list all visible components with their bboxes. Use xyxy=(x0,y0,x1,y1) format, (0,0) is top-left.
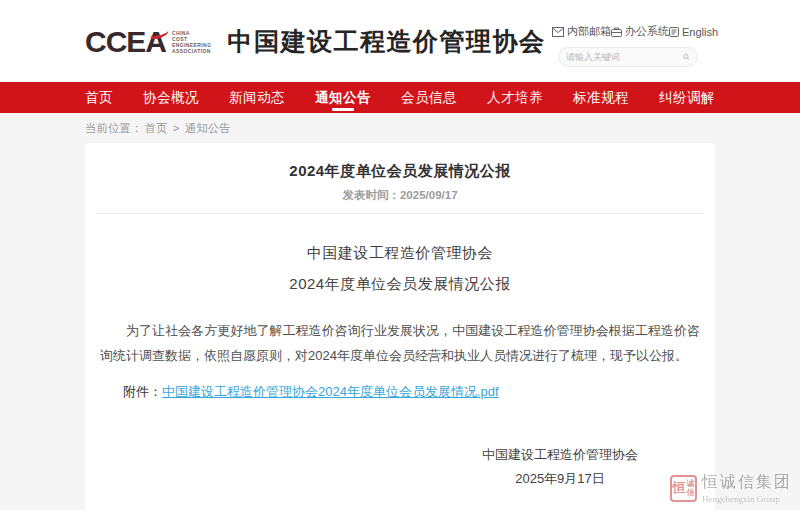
search-box[interactable] xyxy=(558,47,698,67)
page-title: 2024年度单位会员发展情况公报 xyxy=(97,161,703,180)
attachment-pdf-link[interactable]: 中国建设工程造价管理协会2024年度单位会员发展情况.pdf xyxy=(162,384,499,399)
site-header: CCEA CHINA COST ENGINEERING ASSOCIATION … xyxy=(0,0,800,82)
nav-item-overview[interactable]: 协会概况 xyxy=(143,82,199,113)
logo-subtext-line: ASSOCIATION xyxy=(172,47,211,53)
quick-link-label: 办公系统 xyxy=(625,24,669,39)
seal-chars-column: 诚 信 xyxy=(687,479,695,497)
nav-item-news[interactable]: 新闻动态 xyxy=(229,82,285,113)
logo-subtext-line: ENGINEERING xyxy=(172,41,211,47)
breadcrumb: 当前位置：首页 > 通知公告 xyxy=(85,113,800,143)
signature-block: 中国建设工程造价管理协会 2025年9月17日 xyxy=(482,446,638,488)
seal-char: 信 xyxy=(687,488,695,497)
nav-item-members[interactable]: 会员信息 xyxy=(401,82,457,113)
hengchengxin-seal-icon: 恒 诚 信 xyxy=(670,475,697,502)
quick-link-label: English xyxy=(682,26,718,38)
book-icon xyxy=(669,27,679,37)
article-paragraph: 为了让社会各方更好地了解工程造价咨询行业发展状况，中国建设工程造价管理协会根据工… xyxy=(97,318,703,368)
watermark-name-cn: 恒诚信集团 xyxy=(702,472,792,493)
mail-icon xyxy=(552,27,564,37)
article-card: 2024年度单位会员发展情况公报 发表时间：2025/09/17 中国建设工程造… xyxy=(85,143,715,510)
briefcase-icon xyxy=(611,27,622,37)
site-logo[interactable]: CCEA CHINA COST ENGINEERING ASSOCIATION … xyxy=(85,25,545,58)
signature-date: 2025年9月17日 xyxy=(482,470,638,488)
publish-time: 发表时间：2025/09/17 xyxy=(97,188,703,203)
logo-subtext: CHINA COST ENGINEERING ASSOCIATION xyxy=(172,29,211,53)
quick-links: 内部邮箱 办公系统 English xyxy=(552,24,700,39)
quick-link-english[interactable]: English xyxy=(669,26,718,38)
attachment-line: 附件：中国建设工程造价管理协会2024年度单位会员发展情况.pdf xyxy=(97,383,703,401)
breadcrumb-prefix: 当前位置： xyxy=(85,122,143,134)
quick-link-mailbox[interactable]: 内部邮箱 xyxy=(552,24,611,39)
quick-link-office[interactable]: 办公系统 xyxy=(611,24,669,39)
nav-item-notices[interactable]: 通知公告 xyxy=(315,82,371,113)
attachment-label: 附件： xyxy=(123,384,162,399)
nav-item-training[interactable]: 人才培养 xyxy=(487,82,543,113)
header-utilities: 内部邮箱 办公系统 English xyxy=(558,24,700,67)
publish-label: 发表时间： xyxy=(342,189,400,201)
hengchengxin-watermark: 恒 诚 信 恒诚信集团 Hengchengxin Group xyxy=(670,472,792,504)
signature-org: 中国建设工程造价管理协会 xyxy=(482,446,638,464)
search-input[interactable] xyxy=(566,52,683,62)
breadcrumb-current[interactable]: 通知公告 xyxy=(185,122,231,134)
doc-title-report: 2024年度单位会员发展情况公报 xyxy=(97,275,703,294)
main-nav: 首页 协会概况 新闻动态 通知公告 会员信息 人才培养 标准规程 纠纷调解 xyxy=(0,82,800,113)
search-icon[interactable] xyxy=(683,51,690,63)
nav-item-standards[interactable]: 标准规程 xyxy=(573,82,629,113)
breadcrumb-home[interactable]: 首页 xyxy=(145,122,168,134)
org-name-title: 中国建设工程造价管理协会 xyxy=(227,25,545,58)
signature: 中国建设工程造价管理协会 2025年9月17日 xyxy=(97,446,703,488)
nav-item-mediation[interactable]: 纠纷调解 xyxy=(659,82,715,113)
watermark-text: 恒诚信集团 Hengchengxin Group xyxy=(702,472,792,504)
seal-char: 恒 xyxy=(673,479,686,497)
main-nav-inner: 首页 协会概况 新闻动态 通知公告 会员信息 人才培养 标准规程 纠纷调解 xyxy=(85,82,715,113)
nav-item-home[interactable]: 首页 xyxy=(85,82,113,113)
publish-date: 2025/09/17 xyxy=(400,189,458,201)
doc-title-org: 中国建设工程造价管理协会 xyxy=(97,244,703,263)
seal-char: 诚 xyxy=(687,479,695,488)
quick-link-label: 内部邮箱 xyxy=(567,24,611,39)
breadcrumb-separator: > xyxy=(173,122,180,134)
watermark-name-en: Hengchengxin Group xyxy=(702,494,792,504)
title-divider xyxy=(97,213,703,214)
